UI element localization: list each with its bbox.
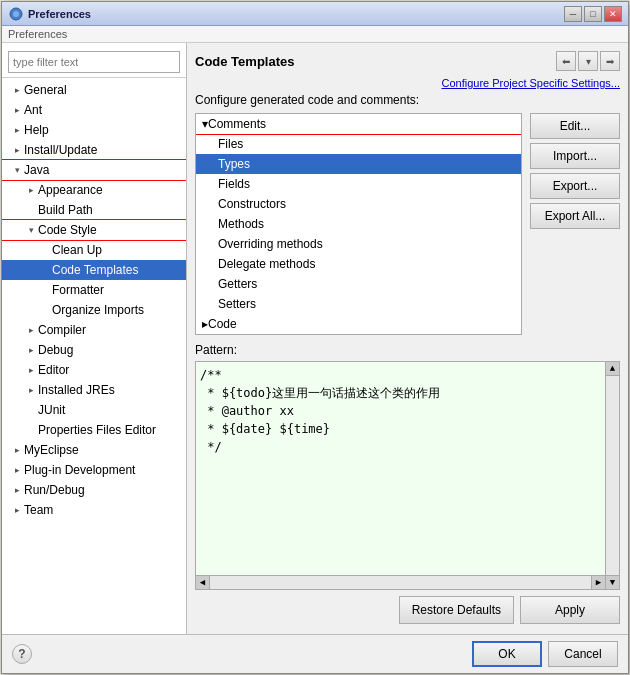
template-item-comments[interactable]: ▾ Comments	[196, 114, 521, 134]
arrow-icon	[10, 163, 24, 177]
sidebar-item-run-debug[interactable]: Run/Debug	[2, 480, 186, 500]
arrow-icon	[24, 343, 38, 357]
minimize-button[interactable]: ─	[564, 6, 582, 22]
scroll-right[interactable]: ▶	[591, 576, 605, 590]
template-item-code[interactable]: ▸ Code	[196, 314, 521, 334]
template-item-delegate-methods[interactable]: Delegate methods	[196, 254, 521, 274]
export-button[interactable]: Export...	[530, 173, 620, 199]
maximize-button[interactable]: □	[584, 6, 602, 22]
help-button[interactable]: ?	[12, 644, 32, 664]
arrow-icon	[24, 323, 38, 337]
pattern-content: /** * ${todo}这里用一句话描述这个类的作用 * @author xx…	[200, 366, 615, 456]
template-item-files[interactable]: Files	[196, 134, 521, 154]
arrow-icon	[10, 503, 24, 517]
sidebar-item-help[interactable]: Help	[2, 120, 186, 140]
pattern-label: Pattern:	[195, 343, 620, 357]
arrow-icon	[24, 403, 38, 417]
sidebar-item-label: Team	[24, 501, 53, 519]
sidebar-item-label: Ant	[24, 101, 42, 119]
cancel-button[interactable]: Cancel	[548, 641, 618, 667]
apply-button[interactable]: Apply	[520, 596, 620, 624]
sidebar-item-organize-imports[interactable]: Organize Imports	[2, 300, 186, 320]
sidebar-item-clean-up[interactable]: Clean Up	[2, 240, 186, 260]
template-item-setters[interactable]: Setters	[196, 294, 521, 314]
arrow-icon	[38, 303, 52, 317]
back-button[interactable]: ⬅	[556, 51, 576, 71]
content-title: Code Templates	[195, 54, 556, 69]
sidebar-item-label: Plug-in Development	[24, 461, 135, 479]
sidebar-item-label: Run/Debug	[24, 481, 85, 499]
templates-tree[interactable]: ▾ Comments Files Types Fields Constructo…	[195, 113, 522, 335]
arrow-icon	[38, 263, 52, 277]
arrow-icon	[10, 123, 24, 137]
sidebar-item-ant[interactable]: Ant	[2, 100, 186, 120]
sidebar-item-label: Java	[24, 161, 49, 179]
sidebar-item-label: MyEclipse	[24, 441, 79, 459]
arrow-icon	[10, 103, 24, 117]
scroll-left[interactable]: ◀	[196, 576, 210, 590]
ok-button[interactable]: OK	[472, 641, 542, 667]
sidebar-item-label: JUnit	[38, 401, 65, 419]
sidebar-item-label: Compiler	[38, 321, 86, 339]
h-scrollbar[interactable]: ◀ ▶	[196, 575, 605, 589]
arrow-icon	[10, 143, 24, 157]
sidebar-item-appearance[interactable]: Appearance	[2, 180, 186, 200]
filter-input[interactable]	[8, 51, 180, 73]
template-item-overriding-methods[interactable]: Overriding methods	[196, 234, 521, 254]
sidebar-item-team[interactable]: Team	[2, 500, 186, 520]
template-item-fields[interactable]: Fields	[196, 174, 521, 194]
restore-defaults-button[interactable]: Restore Defaults	[399, 596, 514, 624]
sidebar-item-installed-jres[interactable]: Installed JREs	[2, 380, 186, 400]
template-item-label: Getters	[218, 275, 257, 293]
import-button[interactable]: Import...	[530, 143, 620, 169]
arrow-icon	[38, 283, 52, 297]
svg-point-1	[13, 11, 19, 17]
sidebar-item-label: Debug	[38, 341, 73, 359]
sidebar-item-code-templates[interactable]: Code Templates	[2, 260, 186, 280]
export-all-button[interactable]: Export All...	[530, 203, 620, 229]
scroll-down[interactable]: ▼	[606, 575, 619, 589]
template-item-label: Fields	[218, 175, 250, 193]
sidebar-item-install-update[interactable]: Install/Update	[2, 140, 186, 160]
scrollbar[interactable]: ▲ ▼	[605, 362, 619, 589]
window-icon	[8, 6, 24, 22]
sidebar: GeneralAntHelpInstall/UpdateJavaAppearan…	[2, 43, 187, 634]
arrow-icon	[24, 383, 38, 397]
configure-desc: Configure generated code and comments:	[195, 93, 620, 107]
sidebar-item-build-path[interactable]: Build Path	[2, 200, 186, 220]
dropdown-button[interactable]: ▾	[578, 51, 598, 71]
sidebar-item-label: Installed JREs	[38, 381, 115, 399]
arrow-icon	[10, 483, 24, 497]
edit-button[interactable]: Edit...	[530, 113, 620, 139]
sidebar-item-myeclipse[interactable]: MyEclipse	[2, 440, 186, 460]
sidebar-item-label: Build Path	[38, 201, 93, 219]
template-item-label: Types	[218, 155, 250, 173]
sidebar-item-compiler[interactable]: Compiler	[2, 320, 186, 340]
sidebar-item-label: Formatter	[52, 281, 104, 299]
configure-project-link[interactable]: Configure Project Specific Settings...	[195, 77, 620, 89]
pattern-box[interactable]: /** * ${todo}这里用一句话描述这个类的作用 * @author xx…	[195, 361, 620, 590]
template-item-methods[interactable]: Methods	[196, 214, 521, 234]
sidebar-item-label: Properties Files Editor	[38, 421, 156, 439]
template-item-label: Setters	[218, 295, 256, 313]
sidebar-item-debug[interactable]: Debug	[2, 340, 186, 360]
sidebar-item-general[interactable]: General	[2, 80, 186, 100]
arrow-icon	[24, 363, 38, 377]
template-item-types[interactable]: Types	[196, 154, 521, 174]
sidebar-item-editor[interactable]: Editor	[2, 360, 186, 380]
filter-wrapper	[2, 47, 186, 78]
template-item-label: Constructors	[218, 195, 286, 213]
forward-button[interactable]: ➡	[600, 51, 620, 71]
template-item-constructors[interactable]: Constructors	[196, 194, 521, 214]
sidebar-item-properties-files-editor[interactable]: Properties Files Editor	[2, 420, 186, 440]
close-button[interactable]: ✕	[604, 6, 622, 22]
preferences-dialog: Preferences ─ □ ✕ Preferences GeneralAnt…	[1, 1, 629, 674]
template-item-getters[interactable]: Getters	[196, 274, 521, 294]
sidebar-item-code-style[interactable]: Code Style	[2, 220, 186, 240]
scroll-up[interactable]: ▲	[606, 362, 619, 376]
sidebar-item-java[interactable]: Java	[2, 160, 186, 180]
sidebar-item-formatter[interactable]: Formatter	[2, 280, 186, 300]
sidebar-item-plugin-development[interactable]: Plug-in Development	[2, 460, 186, 480]
sidebar-item-label: Code Templates	[52, 261, 139, 279]
sidebar-item-junit[interactable]: JUnit	[2, 400, 186, 420]
